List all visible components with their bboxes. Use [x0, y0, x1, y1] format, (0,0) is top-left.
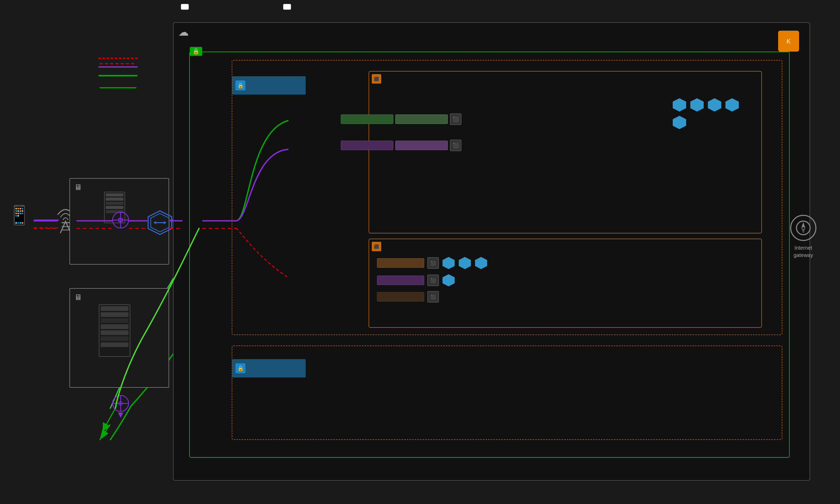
az2-container: 🔒: [232, 345, 782, 440]
endpoint-crosshair-1: [112, 212, 129, 229]
internet-gateway-label: Internetgateway: [793, 244, 813, 259]
internet-gateway: Internetgateway: [790, 215, 817, 259]
aws-cloud: ☁ K 🔒 🔒 ⬛: [173, 22, 810, 481]
svg-marker-52: [801, 227, 805, 234]
legend-red-dashed: [98, 58, 138, 59]
svg-marker-48: [475, 257, 487, 269]
legend-purple: [98, 66, 138, 68]
svg-marker-27: [164, 221, 167, 224]
endpoint-crosshair-2: [112, 395, 129, 412]
svg-marker-41: [673, 98, 686, 112]
tgw-subnet-az1: 🔒: [232, 76, 306, 94]
svg-marker-46: [442, 257, 455, 269]
svg-text:K: K: [787, 38, 791, 45]
svg-marker-43: [708, 98, 721, 112]
svg-marker-44: [725, 98, 739, 112]
svg-marker-51: [801, 222, 805, 229]
on-premise-box-2: 🖥: [69, 288, 169, 388]
tgw-subnet-az2: 🔒: [232, 359, 306, 377]
svg-marker-42: [690, 98, 704, 112]
svg-marker-28: [153, 221, 156, 224]
vpc-badge: 🔒: [190, 47, 202, 56]
ec2-worker-2: ⬛ ⬛: [369, 239, 762, 328]
ue-device: 📱: [8, 204, 31, 228]
ec2-worker-1: ⬛ ⬛ ⬛: [369, 71, 762, 233]
n6-routing-tooltip: [283, 4, 291, 10]
svg-marker-47: [459, 257, 471, 269]
vpn-transit-gateway: [147, 210, 173, 237]
vpc-container: 🔒 🔒 ⬛: [189, 52, 790, 457]
svg-line-64: [104, 409, 115, 430]
az1-container: 🔒 ⬛ ⬛: [232, 60, 782, 335]
svg-line-13: [100, 425, 110, 440]
svg-marker-49: [442, 274, 455, 286]
svg-marker-45: [673, 116, 686, 129]
kubernetes-icon: K: [778, 31, 799, 52]
svg-marker-38: [118, 413, 123, 418]
tgw-routing-tooltip: [181, 4, 189, 10]
internet-gateway-icon: [790, 215, 817, 241]
legend-green: [98, 75, 138, 76]
cloud-icon: ☁: [178, 26, 189, 38]
